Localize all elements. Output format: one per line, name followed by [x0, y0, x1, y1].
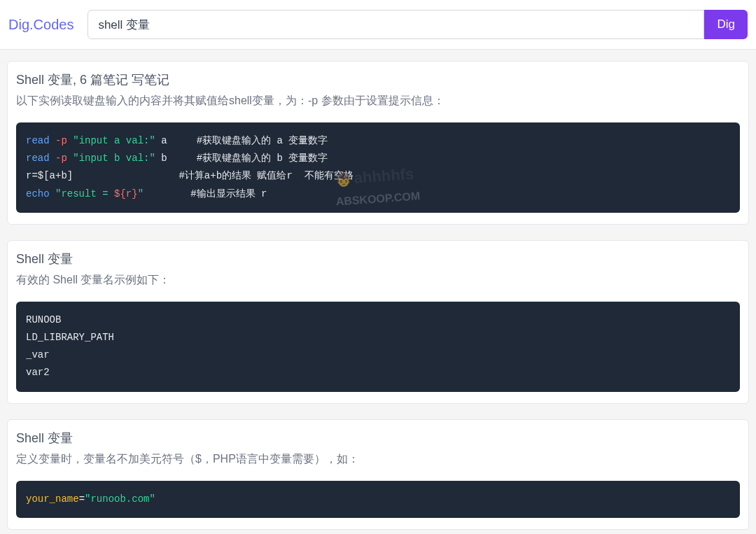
code-line: r=$[a+b] #计算a+b的结果 赋值给r 不能有空格	[26, 167, 730, 185]
code-line: echo "result = ${r}" #输出显示结果 r	[26, 185, 730, 203]
result-card: Shell 变量, 6 篇笔记 写笔记以下实例读取键盘输入的内容并将其赋值给sh…	[7, 61, 749, 225]
code-block: RUNOOBLD_LIBRARY_PATH_varvar2	[16, 302, 740, 392]
result-card: Shell 变量有效的 Shell 变量名示例如下：RUNOOBLD_LIBRA…	[7, 240, 749, 404]
code-token: var2	[26, 367, 50, 378]
code-token: "input b val:"	[73, 153, 155, 164]
code-line: your_name="runoob.com"	[26, 491, 730, 508]
code-token	[50, 188, 55, 199]
code-token	[144, 188, 190, 199]
code-token: "	[138, 188, 144, 199]
code-block: read -p "input a val:" a #获取键盘输入的 a 变量数字…	[16, 122, 740, 213]
search-button[interactable]: Dig	[704, 10, 748, 39]
code-token: _var	[26, 349, 50, 360]
code-token: r=$[a+b]	[26, 170, 178, 181]
code-token	[50, 135, 55, 146]
logo[interactable]: Dig.Codes	[8, 17, 74, 33]
code-token: RUNOOB	[26, 314, 61, 325]
result-card: Shell 变量定义变量时，变量名不加美元符号（$，PHP语言中变量需要），如：…	[7, 419, 749, 530]
search-bar: Dig	[88, 10, 748, 39]
code-line: read -p "input b val:" b #获取键盘输入的 b 变量数字	[26, 150, 730, 167]
card-description: 有效的 Shell 变量名示例如下：	[16, 273, 740, 288]
code-token: a	[155, 135, 197, 146]
code-line: _var	[26, 346, 730, 364]
code-token	[50, 153, 55, 164]
code-token: #计算a+b的结果 赋值给r 不能有空格	[178, 170, 353, 181]
code-line: var2	[26, 364, 730, 381]
code-token: -p	[55, 153, 67, 164]
code-token: #获取键盘输入的 b 变量数字	[197, 153, 328, 164]
code-token: #输出显示结果 r	[190, 188, 267, 199]
card-description: 以下实例读取键盘输入的内容并将其赋值给shell变量，为：-p 参数由于设置提示…	[16, 94, 740, 108]
header: Dig.Codes Dig	[0, 0, 756, 50]
code-token	[67, 153, 73, 164]
code-token: ${r}	[114, 188, 138, 199]
card-title[interactable]: Shell 变量, 6 篇笔记 写笔记	[16, 71, 740, 88]
code-line: RUNOOB	[26, 311, 730, 329]
code-token: LD_LIBRARY_PATH	[26, 332, 114, 343]
search-input[interactable]	[88, 10, 704, 39]
code-token: "result =	[55, 188, 114, 199]
code-token: read	[26, 135, 50, 146]
results-list: Shell 变量, 6 篇笔记 写笔记以下实例读取键盘输入的内容并将其赋值给sh…	[0, 50, 756, 534]
code-block: your_name="runoob.com"	[16, 481, 740, 518]
card-title[interactable]: Shell 变量	[16, 251, 740, 267]
code-token: echo	[26, 188, 50, 199]
code-token: -p	[55, 135, 67, 146]
code-token: b	[155, 153, 197, 164]
code-token: read	[26, 153, 50, 164]
code-line: read -p "input a val:" a #获取键盘输入的 a 变量数字	[26, 132, 730, 150]
code-token: =	[79, 493, 85, 505]
code-token	[67, 135, 73, 146]
code-token: #获取键盘输入的 a 变量数字	[197, 135, 328, 146]
card-description: 定义变量时，变量名不加美元符号（$，PHP语言中变量需要），如：	[16, 452, 740, 467]
code-token: your_name	[26, 493, 79, 505]
code-line: LD_LIBRARY_PATH	[26, 329, 730, 346]
code-token: "input a val:"	[73, 135, 155, 146]
card-title[interactable]: Shell 变量	[16, 430, 740, 447]
code-token: "runoob.com"	[85, 493, 155, 505]
